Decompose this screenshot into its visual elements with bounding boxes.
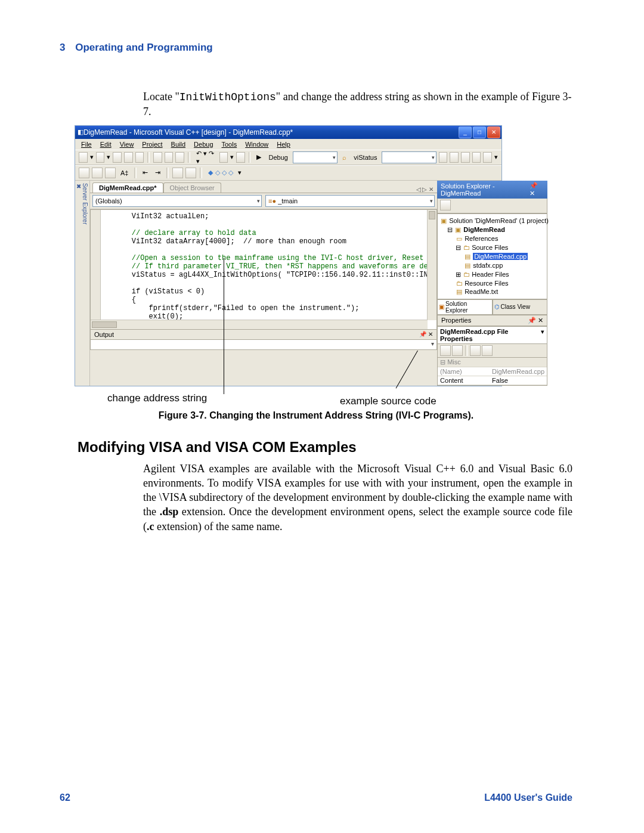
open-icon[interactable] xyxy=(113,152,122,163)
props-alpha-icon[interactable] xyxy=(452,345,463,356)
prop-name-label: (Name) xyxy=(438,367,490,376)
code-gutter xyxy=(91,210,101,320)
tb2-b[interactable] xyxy=(92,168,103,178)
cut-icon[interactable] xyxy=(153,152,162,163)
section-heading: Modifying VISA and VISA COM Examples xyxy=(78,439,572,456)
server-explorer-tab[interactable]: Server Explorer xyxy=(82,183,88,379)
output-pin-icon[interactable]: 📌 ✕ xyxy=(419,331,433,337)
props-pages-icon[interactable] xyxy=(470,345,481,356)
undo-redo-group[interactable]: ↶ ▾ ↷ ▾ xyxy=(194,150,217,165)
vertical-scrollbar[interactable] xyxy=(427,210,436,320)
close-button[interactable]: ✕ xyxy=(487,126,500,138)
menu-debug[interactable]: Debug xyxy=(194,141,213,148)
properties-context: DigMemRead.cpp File Properties xyxy=(440,328,541,342)
scope-combo[interactable]: (Globals) xyxy=(92,195,262,207)
chapter-number: 3 xyxy=(60,42,65,53)
section-paragraph: Agilent VISA examples are available with… xyxy=(143,462,572,534)
nav-back-icon[interactable] xyxy=(219,152,228,163)
page-footer: 62 L4400 User's Guide xyxy=(60,792,572,803)
toolbox-tab[interactable]: ✖ xyxy=(75,183,82,379)
tree-project: ⊟ ▣ DigMemRead xyxy=(439,225,546,234)
menu-build[interactable]: Build xyxy=(171,141,185,148)
solution-pin-icon[interactable]: 📌 ✕ xyxy=(530,182,544,197)
ide-screenshot: ◧ DigMemRead - Microsoft Visual C++ [des… xyxy=(75,125,502,386)
solution-explorer-tab[interactable]: ▣Solution Explorer xyxy=(437,299,493,315)
menu-file[interactable]: File xyxy=(81,141,92,148)
doc-title: L4400 User's Guide xyxy=(484,792,572,803)
minimize-button[interactable]: _ xyxy=(459,126,472,138)
start-icon[interactable]: ▶ xyxy=(254,153,264,161)
output-label: Output xyxy=(94,331,114,338)
indent-icon[interactable]: ⇥ xyxy=(153,169,163,176)
tree-file-selected: ▤ DigMemRead.cpp xyxy=(439,252,546,261)
menubar: File Edit View Project Build Debug Tools… xyxy=(75,139,501,150)
tb-icon-d[interactable] xyxy=(472,152,481,163)
config-combo[interactable] xyxy=(293,151,338,163)
tb2-a[interactable] xyxy=(79,168,89,178)
code-text: ViInt32 actualLen; // declare array to h… xyxy=(91,210,436,330)
comment-icon[interactable] xyxy=(172,168,183,178)
save-icon[interactable] xyxy=(124,152,133,163)
platform-combo[interactable] xyxy=(382,151,436,163)
solution-toolbar xyxy=(437,199,547,213)
menu-window[interactable]: Window xyxy=(245,141,268,148)
tb2-c[interactable] xyxy=(105,168,116,178)
tab-object-browser[interactable]: Object Browser xyxy=(163,182,221,193)
menu-edit[interactable]: Edit xyxy=(100,141,112,148)
properties-panel: DigMemRead.cpp File Properties ▾ ⊟ Misc … xyxy=(437,326,547,386)
prop-content-label: Content xyxy=(438,376,490,385)
code-identifier: InitWithOptions xyxy=(179,91,276,103)
chapter-title: Operating and Programming xyxy=(75,42,212,53)
left-tool-strip: Server Explorer ✖ xyxy=(75,181,90,386)
props-categorized-icon[interactable] xyxy=(440,345,451,356)
app-icon: ◧ xyxy=(78,128,83,136)
figure-caption: Figure 3-7. Changing the Instrument Addr… xyxy=(60,410,572,421)
props-section: ⊟ Misc xyxy=(438,358,547,367)
solution-explorer-title: Solution Explorer - DigMemRead📌 ✕ xyxy=(437,181,547,199)
solution-tree[interactable]: ▣ Solution 'DigMemRead' (1 project) ⊟ ▣ … xyxy=(437,213,547,299)
horizontal-scrollbar[interactable] xyxy=(91,320,428,329)
new-project-icon[interactable] xyxy=(79,152,88,163)
code-editor[interactable]: ViInt32 actualLen; // declare array to h… xyxy=(90,209,437,330)
copy-icon[interactable] xyxy=(165,152,174,163)
properties-pin-icon[interactable]: 📌 ✕ xyxy=(528,317,543,324)
menu-tools[interactable]: Tools xyxy=(222,141,237,148)
tb-icon-e[interactable] xyxy=(483,152,492,163)
tb-icon-a[interactable] xyxy=(439,152,448,163)
outdent-icon[interactable]: ⇤ xyxy=(140,169,150,176)
main-toolbar: ▾ ▾ ↶ ▾ ↷ ▾ ▾ ▶ Debug ⌕ viStatus ▾ xyxy=(75,150,501,165)
menu-project[interactable]: Project xyxy=(142,141,162,148)
nav-fwd-icon[interactable] xyxy=(236,152,245,163)
uncomment-icon[interactable] xyxy=(185,168,196,178)
props-events-icon[interactable] xyxy=(482,345,493,356)
prop-content-value[interactable]: False xyxy=(490,376,547,385)
tb-icon-c[interactable] xyxy=(461,152,470,163)
properties-title: Properties📌 ✕ xyxy=(437,315,547,326)
callout-left: change address string xyxy=(107,392,207,404)
properties-context-dropdown-icon[interactable]: ▾ xyxy=(541,328,544,342)
solution-refresh-icon[interactable] xyxy=(440,200,451,210)
class-view-tab[interactable]: ⌬Class View xyxy=(493,299,548,315)
paste-icon[interactable] xyxy=(175,152,184,163)
callout-right: example source code xyxy=(340,395,436,407)
tab-nav-buttons[interactable]: ◁ ▷ ✕ xyxy=(413,186,438,193)
editor-tabstrip: DigMemRead.cpp* Object Browser ◁ ▷ ✕ xyxy=(90,181,437,193)
maximize-button[interactable]: □ xyxy=(473,126,486,138)
tb-icon-b[interactable] xyxy=(450,152,459,163)
save-all-icon[interactable] xyxy=(135,152,144,163)
add-item-icon[interactable] xyxy=(96,152,105,163)
menu-view[interactable]: View xyxy=(120,141,134,148)
tree-resource-files: 🗀 Resource Files xyxy=(439,279,546,287)
menu-help[interactable]: Help xyxy=(277,141,290,148)
find-icon[interactable]: ⌕ xyxy=(340,154,349,161)
output-combo[interactable] xyxy=(90,340,437,350)
tree-readme: ▤ ReadMe.txt xyxy=(439,287,546,296)
chapter-header: 3 Operating and Programming xyxy=(60,42,572,54)
window-titlebar: ◧ DigMemRead - Microsoft Visual C++ [des… xyxy=(75,126,501,139)
config-label: Debug xyxy=(266,154,290,161)
tree-source-files: ⊟ 🗀 Source Files xyxy=(439,243,546,252)
member-combo[interactable]: ≡● _tmain xyxy=(265,195,435,207)
tab-active-file[interactable]: DigMemRead.cpp* xyxy=(92,182,163,193)
bookmark-icons[interactable]: ◆ ◇ ◇ ◇ xyxy=(206,169,235,176)
tree-solution: ▣ Solution 'DigMemRead' (1 project) xyxy=(439,216,546,225)
